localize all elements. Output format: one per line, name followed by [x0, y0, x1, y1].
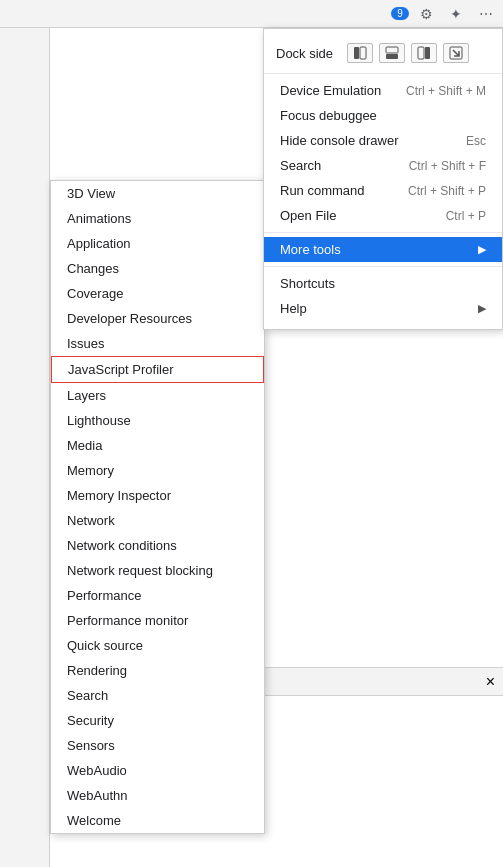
more-tools-item-network[interactable]: Network	[51, 508, 264, 533]
more-tools-item-layers[interactable]: Layers	[51, 383, 264, 408]
menu-device-emulation[interactable]: Device Emulation Ctrl + Shift + M	[264, 78, 502, 103]
dock-icon-undock[interactable]	[443, 43, 469, 63]
more-tools-arrow: ▶	[478, 243, 486, 256]
device-emulation-label: Device Emulation	[280, 83, 381, 98]
device-emulation-shortcut: Ctrl + Shift + M	[406, 84, 486, 98]
run-command-label: Run command	[280, 183, 365, 198]
more-tools-item-animations[interactable]: Animations	[51, 206, 264, 231]
help-arrow: ▶	[478, 302, 486, 315]
breakpoints-badge: 9	[391, 7, 409, 20]
svg-rect-2	[386, 54, 398, 59]
menu-open-file[interactable]: Open File Ctrl + P	[264, 203, 502, 228]
focus-debuggee-label: Focus debuggee	[280, 108, 377, 123]
more-tools-item-quick-source[interactable]: Quick source	[51, 633, 264, 658]
hide-console-label: Hide console drawer	[280, 133, 399, 148]
more-tools-item-developer-resources[interactable]: Developer Resources	[51, 306, 264, 331]
more-tools-item-application[interactable]: Application	[51, 231, 264, 256]
more-tools-label: More tools	[280, 242, 341, 257]
menu-search[interactable]: Search Ctrl + Shift + F	[264, 153, 502, 178]
more-tools-item-javascript-profiler[interactable]: JavaScript Profiler	[51, 356, 264, 383]
open-file-label: Open File	[280, 208, 336, 223]
more-tools-panel: 3D ViewAnimationsApplicationChangesCover…	[50, 180, 265, 834]
context-menu: Dock side	[263, 28, 503, 330]
menu-section-more-tools: More tools ▶	[264, 233, 502, 267]
dock-icon-toolbar[interactable]: ✦	[443, 2, 469, 26]
more-tools-item-security[interactable]: Security	[51, 708, 264, 733]
more-tools-item-rendering[interactable]: Rendering	[51, 658, 264, 683]
close-console-button[interactable]: ×	[486, 673, 495, 691]
more-tools-item-performance-monitor[interactable]: Performance monitor	[51, 608, 264, 633]
open-file-shortcut: Ctrl + P	[446, 209, 486, 223]
dock-side-label: Dock side	[276, 46, 333, 61]
menu-hide-console[interactable]: Hide console drawer Esc	[264, 128, 502, 153]
dock-icon-right[interactable]	[411, 43, 437, 63]
settings-icon[interactable]: ⚙	[413, 2, 439, 26]
svg-rect-4	[425, 47, 430, 59]
more-tools-item-memory[interactable]: Memory	[51, 458, 264, 483]
run-command-shortcut: Ctrl + Shift + P	[408, 184, 486, 198]
svg-rect-0	[354, 47, 359, 59]
menu-more-tools[interactable]: More tools ▶	[264, 237, 502, 262]
hide-console-shortcut: Esc	[466, 134, 486, 148]
more-tools-item-webauthn[interactable]: WebAuthn	[51, 783, 264, 808]
more-tools-item-coverage[interactable]: Coverage	[51, 281, 264, 306]
menu-section-shortcuts: Shortcuts Help ▶	[264, 267, 502, 325]
menu-focus-debuggee[interactable]: Focus debuggee	[264, 103, 502, 128]
search-label: Search	[280, 158, 321, 173]
more-tools-item-network-conditions[interactable]: Network conditions	[51, 533, 264, 558]
help-label: Help	[280, 301, 307, 316]
menu-shortcuts[interactable]: Shortcuts	[264, 271, 502, 296]
more-tools-item-changes[interactable]: Changes	[51, 256, 264, 281]
search-shortcut: Ctrl + Shift + F	[409, 159, 486, 173]
shortcuts-label: Shortcuts	[280, 276, 335, 291]
more-tools-item-issues[interactable]: Issues	[51, 331, 264, 356]
more-tools-item-3d-view[interactable]: 3D View	[51, 181, 264, 206]
menu-run-command[interactable]: Run command Ctrl + Shift + P	[264, 178, 502, 203]
svg-rect-1	[360, 47, 366, 59]
dock-side-row: Dock side	[264, 37, 502, 69]
svg-rect-5	[418, 47, 424, 59]
more-tools-item-performance[interactable]: Performance	[51, 583, 264, 608]
top-toolbar: 9 ⚙ ✦ ⋯	[0, 0, 503, 28]
more-tools-item-webaudio[interactable]: WebAudio	[51, 758, 264, 783]
more-tools-item-search[interactable]: Search	[51, 683, 264, 708]
more-tools-item-memory-inspector[interactable]: Memory Inspector	[51, 483, 264, 508]
dock-icon-bottom[interactable]	[379, 43, 405, 63]
more-icon[interactable]: ⋯	[473, 2, 499, 26]
menu-help[interactable]: Help ▶	[264, 296, 502, 321]
more-tools-item-lighthouse[interactable]: Lighthouse	[51, 408, 264, 433]
dock-side-section: Dock side	[264, 33, 502, 74]
more-tools-item-sensors[interactable]: Sensors	[51, 733, 264, 758]
menu-section-1: Device Emulation Ctrl + Shift + M Focus …	[264, 74, 502, 233]
more-tools-item-media[interactable]: Media	[51, 433, 264, 458]
left-panel	[0, 28, 50, 867]
more-tools-item-network-request-blocking[interactable]: Network request blocking	[51, 558, 264, 583]
dock-icon-left[interactable]	[347, 43, 373, 63]
more-tools-item-welcome[interactable]: Welcome	[51, 808, 264, 833]
svg-rect-3	[386, 47, 398, 53]
